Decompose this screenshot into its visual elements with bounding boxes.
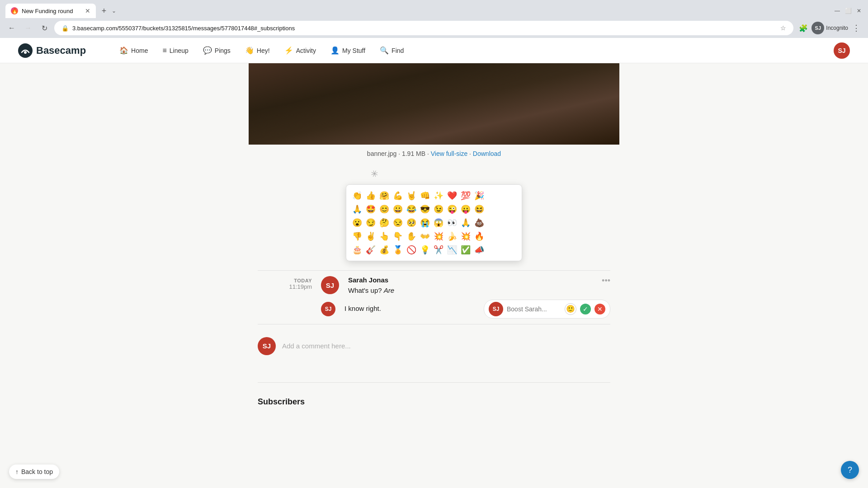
emoji-sparkles[interactable]: ✨	[432, 189, 445, 202]
boost-area[interactable]: SJ 🙂 ✓ ✕	[484, 300, 610, 319]
back-to-top-button[interactable]: ↑ Back to top	[9, 465, 59, 479]
emoji-pray[interactable]: 🙏	[459, 216, 472, 229]
nav-lineup[interactable]: ≡ Lineup	[156, 44, 194, 57]
chrome-menu-button[interactable]: ⋮	[850, 22, 863, 34]
comment-row: SJ Add a comment here...	[258, 333, 610, 359]
user-avatar[interactable]: SJ	[834, 42, 850, 59]
emoji-heart[interactable]: ❤️	[446, 189, 458, 202]
emoji-scream[interactable]: 😱	[432, 216, 445, 229]
emoji-wink[interactable]: 😉	[432, 203, 445, 216]
emoji-think[interactable]: 🤔	[378, 216, 391, 229]
emoji-unamused[interactable]: 😒	[392, 216, 404, 229]
bookmark-icon[interactable]: ☆	[780, 24, 786, 32]
tab-close-button[interactable]: ✕	[85, 7, 90, 14]
emoji-pointup[interactable]: 👆	[378, 230, 391, 243]
boost-cancel-button[interactable]: ✕	[594, 304, 605, 314]
minimize-button[interactable]: —	[834, 7, 841, 14]
emoji-medal[interactable]: 🏅	[392, 244, 404, 256]
active-tab[interactable]: 🔥 New Funding round ✕	[5, 4, 96, 18]
help-button[interactable]: ?	[841, 461, 859, 479]
nav-pings[interactable]: 💬 Pings	[197, 43, 237, 57]
emoji-fist[interactable]: 👊	[419, 189, 431, 202]
back-button[interactable]: ←	[5, 22, 18, 34]
emoji-fire[interactable]: 🔥	[473, 230, 486, 243]
emoji-guitar[interactable]: 🎸	[364, 244, 377, 256]
boost-avatar: SJ	[489, 302, 503, 316]
comment-input[interactable]: Add a comment here...	[282, 338, 610, 354]
view-fullsize-link[interactable]: View full-size	[431, 150, 467, 157]
emoji-pointdown[interactable]: 👇	[392, 230, 404, 243]
emoji-chart[interactable]: 📉	[446, 244, 458, 256]
tab-menu-button[interactable]: ⌄	[110, 7, 118, 14]
message-menu-button[interactable]: •••	[602, 276, 610, 286]
emoji-peace[interactable]: ✌️	[364, 230, 377, 243]
emoji-eyes[interactable]: 👀	[446, 216, 458, 229]
emoji-smile[interactable]: 😊	[378, 203, 391, 216]
lineup-icon: ≡	[162, 47, 166, 55]
reload-button[interactable]: ↻	[38, 22, 51, 34]
emoji-100[interactable]: 💯	[459, 189, 472, 202]
home-icon: 🏠	[119, 46, 128, 55]
emoji-laugh[interactable]: 😆	[473, 203, 486, 216]
emoji-pleading[interactable]: 🥺	[405, 216, 418, 229]
emoji-muscle[interactable]: 💪	[392, 189, 404, 202]
emoji-scissors[interactable]: ✂️	[432, 244, 445, 256]
emoji-starstruck[interactable]: 🤩	[364, 203, 377, 216]
emoji-smirk[interactable]: 😏	[364, 216, 377, 229]
emoji-hand[interactable]: ✋	[405, 230, 418, 243]
download-link[interactable]: Download	[473, 150, 501, 157]
emoji-cry[interactable]: 😭	[419, 216, 431, 229]
new-tab-button[interactable]: +	[98, 5, 110, 17]
emoji-no[interactable]: 🚫	[405, 244, 418, 256]
emoji-stuck[interactable]: 😜	[446, 203, 458, 216]
forward-button[interactable]: →	[22, 22, 34, 34]
nav-hey[interactable]: 👋 Hey!	[239, 43, 276, 57]
emoji-banana[interactable]: 🍌	[446, 230, 458, 243]
emoji-boom[interactable]: 💥	[459, 230, 472, 243]
emoji-clap[interactable]: 👏	[351, 189, 363, 202]
emoji-thumbsdown[interactable]: 👎	[351, 230, 363, 243]
restore-button[interactable]: ⬜	[844, 7, 852, 14]
emoji-party[interactable]: 🎉	[473, 189, 486, 202]
nav-activity[interactable]: ⚡ Activity	[278, 43, 322, 57]
address-bar[interactable]: 🔒 3.basecamp.com/5550377/buckets/3132581…	[54, 21, 793, 35]
emoji-empty1	[486, 189, 499, 202]
logo[interactable]: Basecamp	[18, 43, 86, 58]
emoji-joy[interactable]: 😂	[405, 203, 418, 216]
emoji-thumbsup[interactable]: 👍	[364, 189, 377, 202]
emoji-empty15	[514, 244, 526, 256]
file-separator1: ·	[398, 150, 402, 157]
date-today: TODAY	[258, 278, 312, 283]
emoji-megaphone[interactable]: 📣	[473, 244, 486, 256]
emoji-cake[interactable]: 🎂	[351, 244, 363, 256]
boost-input[interactable]	[507, 304, 561, 314]
nav-mystuff[interactable]: 👤 My Stuff	[324, 43, 372, 57]
emoji-pray2[interactable]: 🙏	[351, 203, 363, 216]
nav-find[interactable]: 🔍 Find	[373, 43, 410, 57]
nav-find-label: Find	[392, 47, 404, 54]
main-content: banner.jpg · 1.91 MB · View full-size · …	[0, 63, 868, 488]
emoji-reaction-button[interactable]: 🙂	[565, 303, 576, 315]
emoji-open-hands[interactable]: 👐	[419, 230, 431, 243]
author-avatar: SJ	[321, 276, 339, 294]
emoji-rock[interactable]: 🤘	[405, 189, 418, 202]
emoji-hug[interactable]: 🤗	[378, 189, 391, 202]
profile-button[interactable]: SJ	[811, 22, 824, 34]
subscribers-section: Subscribers	[258, 388, 610, 421]
boost-confirm-button[interactable]: ✓	[580, 304, 591, 314]
emoji-grin[interactable]: 😀	[392, 203, 404, 216]
extensions-button[interactable]: 🧩	[797, 22, 810, 34]
cursor-decoration: ✳	[369, 168, 380, 180]
message-content: Sarah Jonas What's up? Are	[348, 276, 593, 296]
emoji-bulb[interactable]: 💡	[419, 244, 431, 256]
emoji-money[interactable]: 💰	[378, 244, 391, 256]
reply-text: I know right.	[344, 304, 381, 314]
emoji-tongue[interactable]: 😛	[459, 203, 472, 216]
emoji-check[interactable]: ✅	[459, 244, 472, 256]
close-window-button[interactable]: ✕	[855, 7, 863, 14]
emoji-wow[interactable]: 😮	[351, 216, 363, 229]
nav-home[interactable]: 🏠 Home	[113, 43, 154, 57]
emoji-cool[interactable]: 😎	[419, 203, 431, 216]
emoji-sunburst[interactable]: 💥	[432, 230, 445, 243]
emoji-poop[interactable]: 💩	[473, 216, 486, 229]
